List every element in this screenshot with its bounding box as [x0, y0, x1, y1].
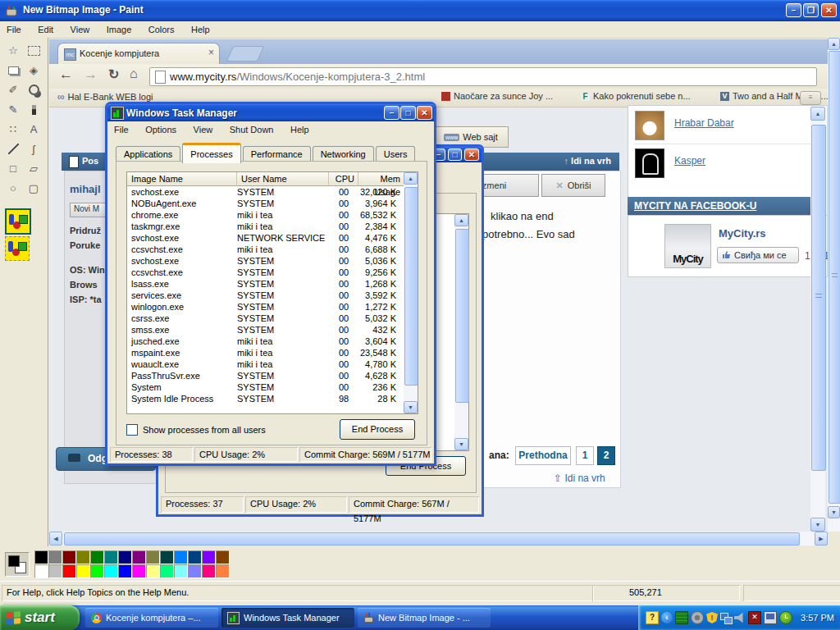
palette-swatch[interactable] [118, 550, 132, 564]
list-scroll-thumb[interactable] [404, 187, 418, 386]
back-icon[interactable]: ← [59, 66, 73, 83]
facebook-header[interactable]: MYCITY NA FACEBOOK-U [628, 197, 826, 215]
menu-image[interactable]: Image [100, 22, 139, 37]
tm-menu-help[interactable]: Help [284, 122, 316, 137]
reload-icon[interactable]: ↻ [108, 66, 119, 82]
palette-swatch[interactable] [76, 564, 90, 578]
palette-swatch[interactable] [34, 564, 48, 578]
brush-tool[interactable] [24, 100, 43, 119]
pagination-page-2-current[interactable]: 2 [597, 446, 615, 465]
obrisi-button[interactable]: ✕ Obriši [541, 174, 605, 197]
bookmark-item[interactable]: ∞ Hal E-Bank WEB logi [57, 91, 164, 103]
tm-menu-file[interactable]: File [107, 122, 135, 137]
palette-swatch[interactable] [202, 564, 216, 578]
tab-networking[interactable]: Networking [313, 146, 374, 162]
palette-swatch[interactable] [202, 550, 216, 564]
palette-swatch[interactable] [132, 550, 146, 564]
speaker-icon[interactable] [734, 612, 746, 623]
palette-swatch[interactable] [104, 550, 118, 564]
member-link[interactable]: Kasper [674, 155, 814, 167]
palette-swatch[interactable] [90, 564, 104, 578]
forward-icon[interactable]: → [84, 66, 98, 83]
process-row[interactable]: smss.exeSYSTEM00432 K [127, 324, 404, 336]
process-row[interactable]: svchost.exeSYSTEM005,036 K [127, 255, 404, 267]
paint-restore-button[interactable]: ❐ [803, 3, 819, 17]
palette-swatch[interactable] [104, 564, 118, 578]
tm-menu-view[interactable]: View [187, 122, 220, 137]
menu-colors[interactable]: Colors [142, 22, 181, 37]
process-row[interactable]: svchost.exeNETWORK SERVICE004,476 K [127, 232, 404, 244]
process-row[interactable]: mspaint.exemiki i tea0023,548 K [127, 347, 404, 358]
bookmark-item[interactable]: V Two and a Half Men - ... [720, 91, 840, 101]
free-form-select-tool[interactable]: ☆ [3, 41, 23, 60]
tool-option-opaque-icon[interactable] [5, 208, 31, 235]
paint-close-button[interactable]: ✕ [821, 3, 837, 17]
palette-swatch[interactable] [62, 550, 76, 564]
bookmark-item[interactable]: F Kako pokrenuti sebe n... [581, 91, 708, 101]
col-cpu[interactable]: CPU [329, 172, 358, 186]
tm-menu-options[interactable]: Options [139, 122, 183, 137]
paint-vscroll-down[interactable]: ▼ [828, 506, 840, 518]
paint-minimize-button[interactable]: – [786, 3, 801, 17]
go-top-bottom-link[interactable]: ⇧ Idi na vrh [554, 472, 605, 484]
paint-vscroll-up[interactable]: ▲ [828, 38, 840, 50]
process-row[interactable]: wuauclt.exemiki i tea004,780 K [127, 358, 404, 370]
member-avatar-hamster[interactable] [635, 111, 664, 140]
process-list-scrollbar[interactable]: ▲ ▼ [404, 172, 418, 413]
paint-hscroll-thumb[interactable] [64, 532, 800, 546]
tab-close-icon[interactable]: × [208, 47, 214, 58]
menu-edit[interactable]: Edit [31, 22, 60, 37]
start-button[interactable]: start [0, 605, 80, 630]
paint-horizontal-scrollbar[interactable]: ◀ ▶ [49, 532, 828, 546]
member-avatar-ghost[interactable] [635, 148, 664, 178]
col-image-name[interactable]: Image Name [127, 172, 237, 186]
collapse-chevron-icon[interactable]: ‹ [661, 612, 673, 623]
tab-performance[interactable]: Performance [243, 146, 311, 162]
palette-swatch[interactable] [48, 564, 62, 578]
scroll-down-arrow[interactable]: ▼ [810, 518, 825, 532]
tm-titlebar[interactable]: Windows Task Manager – □ ✕ [107, 104, 434, 121]
paint-hscroll-left[interactable]: ◀ [49, 532, 62, 546]
curve-tool[interactable]: ʃ [24, 139, 43, 158]
show-all-users-checkbox[interactable] [126, 424, 138, 436]
paint-vscroll-thumb[interactable] [829, 51, 840, 504]
palette-swatch[interactable] [146, 550, 160, 564]
tab-processes[interactable]: Processes [182, 143, 240, 163]
palette-swatch[interactable] [62, 564, 76, 578]
palette-swatch[interactable] [90, 550, 104, 564]
process-row[interactable]: System Idle ProcessSYSTEM9828 K [127, 393, 404, 404]
tab-applications[interactable]: Applications [116, 146, 180, 162]
eraser-tool[interactable] [3, 61, 23, 80]
monitor-icon[interactable] [764, 611, 777, 624]
new-tab-button[interactable] [226, 46, 264, 62]
pencil-tool[interactable]: ✎ [3, 100, 23, 119]
end-process-button[interactable]: End Process [340, 419, 415, 440]
tm-minimize-button[interactable]: – [384, 106, 399, 120]
pick-color-tool[interactable]: ✐ [3, 80, 23, 99]
palette-swatch[interactable] [188, 564, 202, 578]
col-user-name[interactable]: User Name [237, 172, 329, 186]
scroll-up-arrow[interactable]: ▲ [810, 107, 825, 121]
palette-swatch[interactable] [216, 564, 230, 578]
palette-swatch[interactable] [146, 564, 160, 578]
scroll-thumb[interactable] [811, 125, 826, 471]
menu-help[interactable]: Help [185, 22, 217, 37]
grid-icon[interactable] [675, 611, 688, 624]
question-mark-icon[interactable]: ? [646, 611, 659, 624]
process-row[interactable]: SystemSYSTEM00236 K [127, 381, 404, 393]
pagination-prev-button[interactable]: Prethodna [515, 446, 571, 465]
rectangle-tool[interactable]: □ [3, 159, 23, 178]
fb-like-button[interactable]: Свиђа ми се [717, 247, 799, 263]
palette-swatch[interactable] [188, 550, 202, 564]
magnifier-tool[interactable] [24, 80, 43, 99]
go-top-link[interactable]: ↑ Idi na vrh [564, 156, 611, 166]
line-tool[interactable] [3, 139, 23, 158]
update-clock-icon[interactable] [779, 611, 792, 624]
tm-close-button[interactable]: ✕ [417, 106, 432, 120]
palette-swatch[interactable] [160, 550, 174, 564]
process-row[interactable]: lsass.exeSYSTEM001,268 K [127, 278, 404, 290]
address-bar[interactable]: www.mycity.rs/Windows/Kocenje-kompjutera… [149, 67, 817, 86]
tool-option-transparent-icon[interactable] [5, 236, 30, 261]
palette-swatch[interactable] [76, 550, 90, 564]
browser-tab[interactable]: mc Kocenje kompjutera × [57, 43, 220, 65]
